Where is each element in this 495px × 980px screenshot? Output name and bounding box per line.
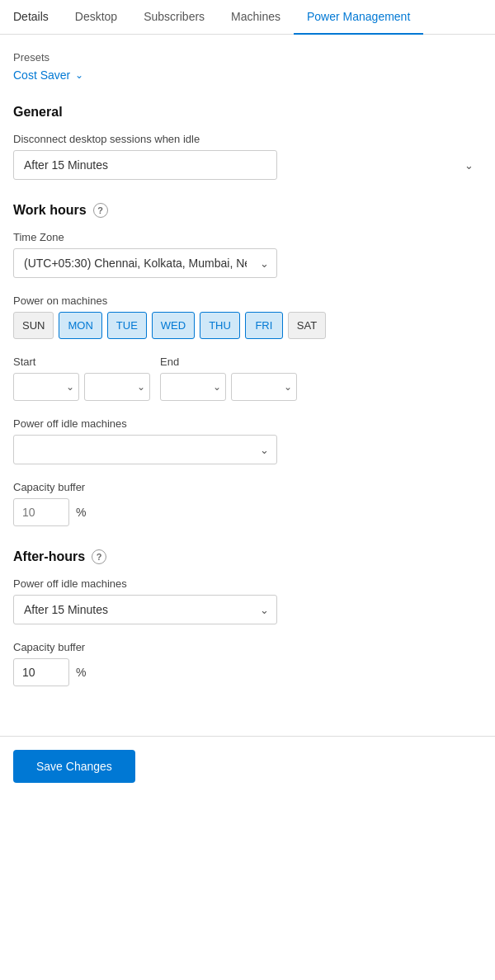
end-hour-select[interactable]: [160, 373, 226, 401]
tab-desktop[interactable]: Desktop: [62, 0, 130, 35]
start-end-row: Start ⌄ ⌄: [13, 356, 482, 401]
end-group: End ⌄ ⌄: [160, 356, 297, 401]
disconnect-select-wrapper: After 15 Minutes After 30 Minutes After …: [13, 150, 482, 180]
timezone-select-wrapper: (UTC+05:30) Chennai, Kolkata, Mumbai, Ne…: [13, 248, 277, 278]
work-power-off-wrapper: After 15 Minutes After 30 Minutes After …: [13, 435, 277, 464]
after-power-off-select[interactable]: After 15 Minutes After 30 Minutes After …: [13, 595, 277, 624]
start-hour-select[interactable]: [13, 373, 79, 401]
day-btn-fri[interactable]: FRI: [245, 312, 283, 339]
tab-bar: Details Desktop Subscribers Machines Pow…: [0, 0, 495, 35]
work-power-off-label: Power off idle machines: [13, 417, 482, 430]
preset-selector[interactable]: Cost Saver ⌄: [13, 68, 482, 82]
work-capacity-row: %: [13, 498, 482, 526]
after-capacity-label: Capacity buffer: [13, 641, 482, 653]
tab-power-management[interactable]: Power Management: [294, 0, 423, 35]
work-capacity-label: Capacity buffer: [13, 481, 482, 493]
work-hours-help-icon[interactable]: ?: [93, 203, 108, 218]
end-minute-wrapper: ⌄: [231, 373, 297, 401]
after-hours-help-icon[interactable]: ?: [92, 549, 106, 564]
power-on-label: Power on machines: [13, 294, 482, 307]
general-heading: General: [13, 105, 482, 120]
work-hours-heading: Work hours ?: [13, 203, 482, 218]
save-button[interactable]: Save Changes: [13, 750, 135, 783]
day-btn-thu[interactable]: THU: [200, 312, 240, 339]
tab-machines[interactable]: Machines: [218, 0, 294, 35]
work-hours-section: Work hours ? Time Zone (UTC+05:30) Chenn…: [13, 203, 482, 526]
work-capacity-unit: %: [76, 506, 86, 519]
after-capacity-row: %: [13, 658, 482, 686]
preset-value: Cost Saver: [13, 68, 70, 82]
general-section: General Disconnect desktop sessions when…: [13, 105, 482, 180]
work-hours-heading-text: Work hours: [13, 203, 87, 218]
general-heading-text: General: [13, 105, 63, 120]
day-btn-sat[interactable]: SAT: [288, 312, 326, 339]
presets-label: Presets: [13, 51, 482, 64]
content-area: Presets Cost Saver ⌄ General Disconnect …: [0, 35, 495, 726]
work-power-off-select[interactable]: After 15 Minutes After 30 Minutes After …: [13, 435, 277, 464]
after-power-off-label: Power off idle machines: [13, 577, 482, 590]
end-hour-wrapper: ⌄: [160, 373, 226, 401]
tab-details[interactable]: Details: [0, 0, 62, 35]
work-capacity-input[interactable]: [13, 498, 69, 526]
after-capacity-unit: %: [76, 666, 86, 679]
day-btn-wed[interactable]: WED: [152, 312, 195, 339]
disconnect-chevron-icon: ⌄: [464, 159, 474, 172]
presets-section: Presets Cost Saver ⌄: [13, 51, 482, 82]
start-hour-wrapper: ⌄: [13, 373, 79, 401]
disconnect-select[interactable]: After 15 Minutes After 30 Minutes After …: [13, 150, 277, 180]
end-label: End: [160, 356, 297, 368]
after-capacity-input[interactable]: [13, 658, 69, 686]
disconnect-label: Disconnect desktop sessions when idle: [13, 133, 482, 145]
timezone-label: Time Zone: [13, 231, 482, 243]
day-btn-mon[interactable]: MON: [59, 312, 101, 339]
start-group: Start ⌄ ⌄: [13, 356, 150, 401]
after-hours-heading: After-hours ?: [13, 549, 482, 564]
day-btn-tue[interactable]: TUE: [107, 312, 147, 339]
start-minute-wrapper: ⌄: [84, 373, 150, 401]
end-minute-select[interactable]: [231, 373, 297, 401]
day-buttons-group: SUN MON TUE WED THU FRI SAT: [13, 312, 482, 339]
tab-subscribers[interactable]: Subscribers: [130, 0, 218, 35]
timezone-select[interactable]: (UTC+05:30) Chennai, Kolkata, Mumbai, Ne…: [13, 248, 277, 278]
start-minute-select[interactable]: [84, 373, 150, 401]
after-hours-heading-text: After-hours: [13, 549, 85, 564]
start-label: Start: [13, 356, 150, 368]
start-selects: ⌄ ⌄: [13, 373, 150, 401]
preset-chevron-icon: ⌄: [75, 69, 83, 81]
after-hours-section: After-hours ? Power off idle machines Af…: [13, 549, 482, 686]
end-selects: ⌄ ⌄: [160, 373, 297, 401]
bottom-divider: [0, 736, 495, 737]
after-power-off-wrapper: After 15 Minutes After 30 Minutes After …: [13, 595, 277, 624]
day-btn-sun[interactable]: SUN: [13, 312, 54, 339]
